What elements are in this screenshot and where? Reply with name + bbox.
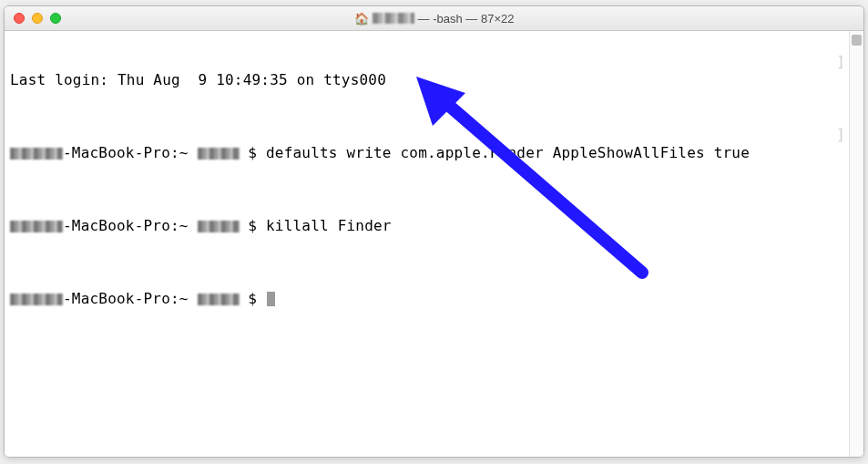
prompt-line-1: -MacBook-Pro:~ $ defaults write com.appl… — [10, 144, 843, 162]
command-text: defaults write com.apple.Finder AppleSho… — [266, 144, 750, 162]
prompt-line-3: -MacBook-Pro:~ $ — [10, 290, 843, 308]
last-login-text: Last login: Thu Aug 9 10:49:35 on ttys00… — [10, 71, 386, 89]
scrollbar[interactable] — [849, 31, 863, 457]
redacted-user — [373, 13, 414, 24]
traffic-lights — [5, 13, 61, 24]
host-suffix: -MacBook-Pro:~ — [63, 144, 198, 162]
redacted-host — [10, 221, 63, 232]
maximize-icon[interactable] — [50, 13, 61, 24]
home-icon: 🏠 — [354, 12, 369, 26]
terminal-window: 🏠 — -bash — 87×22 Last login: Thu Aug 9 … — [4, 5, 864, 458]
redacted-user — [198, 148, 240, 160]
wrap-indicator: ] — [836, 53, 845, 71]
prompt-symbol: $ — [240, 144, 267, 162]
annotation-arrow — [5, 31, 864, 458]
prompt-symbol: $ — [240, 290, 267, 308]
window-title: 🏠 — -bash — 87×22 — [5, 12, 863, 26]
close-icon[interactable] — [14, 13, 25, 24]
redacted-user — [198, 294, 240, 305]
titlebar[interactable]: 🏠 — -bash — 87×22 — [5, 6, 863, 31]
title-suffix: — -bash — 87×22 — [418, 12, 515, 26]
redacted-host — [10, 148, 63, 160]
redacted-host — [10, 294, 63, 305]
minimize-icon[interactable] — [32, 13, 43, 24]
redacted-user — [198, 221, 240, 232]
host-suffix: -MacBook-Pro:~ — [63, 290, 198, 308]
wrap-indicator: ] — [836, 126, 845, 144]
host-suffix: -MacBook-Pro:~ — [63, 217, 198, 235]
content-area: Last login: Thu Aug 9 10:49:35 on ttys00… — [5, 31, 863, 457]
last-login-line: Last login: Thu Aug 9 10:49:35 on ttys00… — [10, 71, 843, 89]
terminal-output[interactable]: Last login: Thu Aug 9 10:49:35 on ttys00… — [5, 31, 849, 457]
command-text: killall Finder — [266, 217, 392, 235]
svg-line-1 — [434, 93, 642, 273]
cursor-icon — [267, 292, 275, 306]
prompt-line-2: -MacBook-Pro:~ $ killall Finder — [10, 217, 843, 235]
prompt-symbol: $ — [240, 217, 267, 235]
scrollbar-thumb[interactable] — [852, 35, 862, 46]
